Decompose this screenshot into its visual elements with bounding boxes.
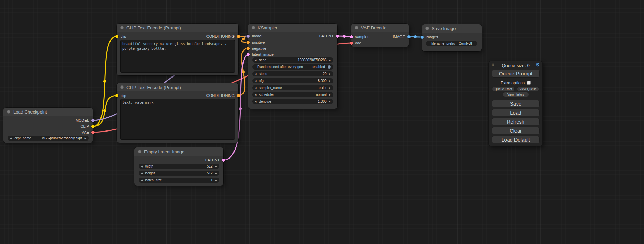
save-button[interactable]: Save: [492, 100, 540, 107]
view-history-button[interactable]: View History: [503, 92, 529, 97]
increment-arrow-icon[interactable]: ▶: [215, 172, 217, 175]
node-titlebar[interactable]: Save Image: [422, 24, 482, 33]
widget-value[interactable]: 20: [323, 72, 326, 76]
increment-arrow-icon[interactable]: ▶: [329, 93, 331, 96]
conditioning-output-port[interactable]: [237, 35, 240, 38]
widget-value[interactable]: 512: [207, 171, 213, 175]
collapse-dot[interactable]: [7, 110, 10, 114]
denoise-widget[interactable]: ◀ denoise 1.000 ▶: [252, 99, 333, 104]
latent-image-input-port[interactable]: [247, 53, 250, 56]
load-default-button[interactable]: Load Default: [492, 136, 540, 143]
node-clip-text-encode-negative[interactable]: CLIP Text Encode (Prompt) clip CONDITION…: [117, 83, 238, 143]
increment-arrow-icon[interactable]: ▶: [85, 137, 86, 140]
cfg-widget[interactable]: ◀ cfg 8.000 ▶: [252, 78, 333, 83]
scheduler-widget[interactable]: ◀ scheduler normal ▶: [252, 92, 333, 97]
collapse-dot[interactable]: [120, 85, 124, 89]
node-titlebar[interactable]: CLIP Text Encode (Prompt): [117, 24, 238, 32]
node-empty-latent-image[interactable]: Empty Latent Image LATENT ◀ width 512 ▶ …: [134, 147, 223, 186]
output-label: CLIP: [81, 124, 89, 129]
widget-value[interactable]: v1-5-pruned-emaonly.ckpt: [42, 136, 82, 140]
widget-value[interactable]: normal: [316, 93, 327, 97]
collapse-dot[interactable]: [425, 27, 429, 30]
collapse-dot[interactable]: [120, 26, 124, 29]
clear-button[interactable]: Clear: [492, 127, 540, 134]
refresh-button[interactable]: Refresh: [492, 118, 540, 125]
decrement-arrow-icon[interactable]: ◀: [141, 172, 143, 175]
collapse-dot[interactable]: [138, 150, 141, 153]
decrement-arrow-icon[interactable]: ◀: [255, 73, 256, 75]
collapse-dot[interactable]: [355, 26, 358, 29]
steps-widget[interactable]: ◀ steps 20 ▶: [252, 71, 333, 76]
decrement-arrow-icon[interactable]: ◀: [10, 137, 12, 140]
settings-gear-icon[interactable]: ⚙: [536, 62, 540, 67]
node-clip-text-encode-positive[interactable]: CLIP Text Encode (Prompt) clip CONDITION…: [117, 24, 238, 75]
latent-output-port[interactable]: [222, 159, 225, 162]
filename-prefix-widget[interactable]: filename_prefix ComfyUI: [426, 41, 477, 46]
node-ksampler[interactable]: KSampler model LATENT positive negative …: [248, 24, 337, 109]
image-output-port[interactable]: [407, 35, 411, 38]
positive-prompt-textarea[interactable]: beautiful scenery nature glass bottle la…: [120, 40, 235, 73]
decrement-arrow-icon[interactable]: ◀: [255, 100, 256, 103]
samples-input-port[interactable]: [350, 35, 353, 38]
model-input-port[interactable]: [247, 35, 250, 38]
decrement-arrow-icon[interactable]: ◀: [255, 80, 256, 82]
decrement-arrow-icon[interactable]: ◀: [255, 87, 256, 89]
node-titlebar[interactable]: KSampler: [248, 24, 337, 32]
widget-value[interactable]: 512: [207, 164, 213, 168]
vae-input-port[interactable]: [350, 42, 353, 45]
node-title: Empty Latent Image: [144, 149, 184, 154]
node-titlebar[interactable]: Empty Latent Image: [134, 147, 223, 156]
node-vae-decode[interactable]: VAE Decode samples IMAGE vae: [351, 24, 409, 47]
negative-prompt-textarea[interactable]: text, watermark: [120, 99, 235, 140]
clip-input-port[interactable]: [115, 35, 118, 38]
decrement-arrow-icon[interactable]: ◀: [255, 93, 256, 96]
conditioning-output-port[interactable]: [237, 94, 240, 97]
decrement-arrow-icon[interactable]: ◀: [141, 179, 143, 182]
height-widget[interactable]: ◀ height 512 ▶: [139, 171, 219, 176]
increment-arrow-icon[interactable]: ▶: [329, 87, 331, 89]
queue-front-button[interactable]: Queue Front: [492, 87, 515, 91]
ckpt-name-widget[interactable]: ◀ ckpt_name v1-5-pruned-emaonly.ckpt ▶: [8, 136, 89, 141]
load-button[interactable]: Load: [492, 109, 540, 116]
batch-size-widget[interactable]: ◀ batch_size 1 ▶: [139, 178, 219, 183]
node-titlebar[interactable]: VAE Decode: [351, 24, 409, 32]
widget-value[interactable]: euler: [319, 86, 326, 90]
images-input-port[interactable]: [421, 36, 424, 39]
toggle-knob[interactable]: [328, 65, 331, 69]
widget-value[interactable]: 8.000: [318, 79, 327, 83]
queue-prompt-button[interactable]: Queue Prompt: [492, 70, 540, 78]
model-output-port[interactable]: [91, 119, 95, 122]
view-queue-button[interactable]: View Queue: [517, 87, 539, 91]
increment-arrow-icon[interactable]: ▶: [215, 165, 217, 168]
decrement-arrow-icon[interactable]: ◀: [255, 59, 256, 62]
decrement-arrow-icon[interactable]: ◀: [141, 165, 143, 168]
negative-input-port[interactable]: [247, 47, 250, 50]
vae-output-port[interactable]: [91, 131, 95, 134]
node-titlebar[interactable]: Load Checkpoint: [3, 108, 93, 116]
input-label: latent_image: [252, 52, 274, 57]
node-load-checkpoint[interactable]: Load Checkpoint MODEL CLIP VAE ◀ ckpt_na…: [3, 108, 93, 143]
sampler-name-widget[interactable]: ◀ sampler_name euler ▶: [252, 85, 333, 90]
random-seed-toggle-widget[interactable]: Random seed after every gen enabled: [252, 64, 333, 70]
widget-value[interactable]: 1: [211, 178, 213, 182]
increment-arrow-icon[interactable]: ▶: [329, 73, 331, 75]
increment-arrow-icon[interactable]: ▶: [215, 179, 217, 182]
node-titlebar[interactable]: CLIP Text Encode (Prompt): [117, 83, 238, 91]
increment-arrow-icon[interactable]: ▶: [329, 80, 331, 82]
extra-options-checkbox[interactable]: [527, 81, 531, 85]
widget-value[interactable]: ComfyUI: [459, 42, 472, 45]
collapse-dot[interactable]: [252, 26, 255, 29]
node-save-image[interactable]: Save Image images filename_prefix ComfyU…: [422, 24, 482, 51]
latent-output-port[interactable]: [336, 35, 339, 38]
positive-input-port[interactable]: [247, 41, 250, 44]
increment-arrow-icon[interactable]: ▶: [329, 59, 331, 62]
node-title: CLIP Text Encode (Prompt): [126, 25, 181, 30]
seed-widget[interactable]: ◀ seed 156680208700286 ▶: [252, 57, 333, 63]
widget-value[interactable]: 1.000: [318, 100, 327, 103]
clip-output-port[interactable]: [91, 125, 95, 128]
increment-arrow-icon[interactable]: ▶: [329, 100, 331, 103]
width-widget[interactable]: ◀ width 512 ▶: [139, 164, 219, 169]
widget-value[interactable]: 156680208700286: [298, 58, 326, 62]
link-midpoint-dot: [414, 35, 417, 38]
clip-input-port[interactable]: [115, 94, 118, 97]
